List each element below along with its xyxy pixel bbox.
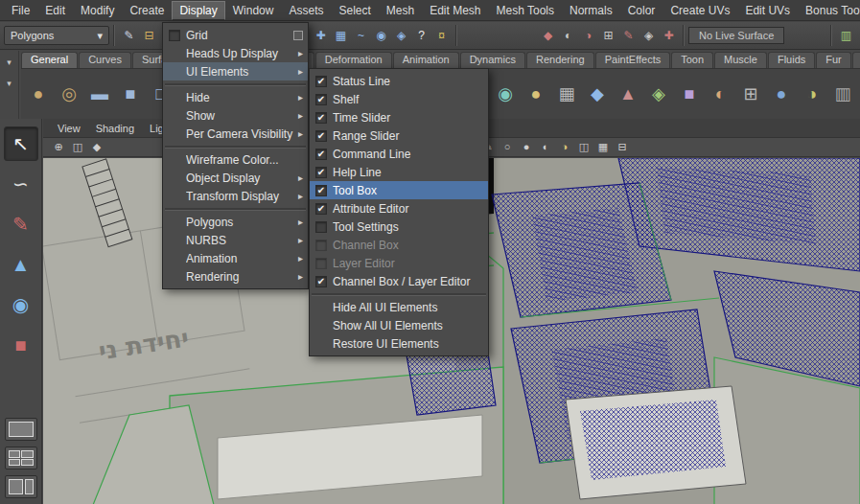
scene-edit-icon[interactable]: ✎ [119, 26, 139, 46]
display-menu-item[interactable] [165, 208, 306, 210]
shelf-tool-icon[interactable]: ▥ [827, 78, 858, 110]
select-tool[interactable]: ↖ [4, 126, 38, 161]
menubar-item[interactable]: Color [620, 1, 663, 20]
ui-elements-menu-item[interactable]: Command Line [310, 145, 488, 163]
scale-tool[interactable]: ■ [4, 328, 38, 362]
single-pane-layout-button[interactable] [5, 418, 37, 441]
display-menu-item[interactable]: Object Display [163, 169, 308, 187]
make-live-icon[interactable]: ◈ [391, 26, 411, 46]
ui-elements-menu-item[interactable]: Hide All UI Elements [310, 298, 488, 316]
ui-elements-menu-item[interactable]: Help Line [310, 163, 488, 181]
shelf-tool-icon[interactable]: ◑ [797, 78, 827, 110]
menubar-item[interactable]: Create UVs [662, 1, 737, 20]
shelf-options-arrow-icon[interactable]: ▾ [3, 78, 16, 89]
display-menu-item[interactable]: Transform Display [163, 187, 308, 205]
menubar-item[interactable]: Mesh Tools [489, 1, 562, 20]
construction-history-icon[interactable]: ◆ [538, 26, 558, 46]
selection-mask-icon[interactable]: ✚ [659, 26, 679, 46]
lock-icon[interactable]: ¤ [431, 26, 452, 46]
shelf-tool-icon[interactable]: ◆ [582, 78, 613, 110]
shelf-tab[interactable]: nHair [852, 52, 860, 68]
snap-grid-icon[interactable]: ▦ [331, 26, 351, 46]
shelf-tab-menu-arrow-icon[interactable]: ▾ [3, 57, 16, 68]
shelf-tab[interactable]: Muscle [714, 52, 767, 68]
shelf-tab[interactable]: Rendering [526, 52, 594, 68]
ui-elements-menu-item[interactable]: Channel Box [310, 236, 488, 254]
ui-elements-menu-item[interactable]: Attribute Editor [310, 199, 488, 218]
shelf-tool-icon[interactable]: ◈ [643, 78, 674, 110]
display-menu-item[interactable]: Animation [163, 249, 308, 267]
shelf-tab[interactable]: PaintEffects [595, 52, 671, 68]
shelf-tab[interactable]: Dynamics [460, 52, 525, 68]
menubar-item[interactable]: Display [172, 1, 224, 20]
menubar-item[interactable]: Assets [281, 1, 331, 20]
poly-cube-icon[interactable]: ■ [115, 78, 146, 110]
menubar-item[interactable]: Window [225, 1, 282, 20]
menubar-item[interactable]: Modify [73, 1, 122, 20]
snap-curve-icon[interactable]: ~ [351, 26, 371, 46]
display-menu-item[interactable]: Hide [163, 88, 308, 106]
shelf-tool-icon[interactable]: ● [521, 78, 551, 110]
ui-elements-menu-item[interactable]: Status Line [310, 72, 488, 90]
shelf-tool-icon[interactable]: ⊞ [735, 78, 766, 110]
two-pane-layout-button[interactable] [5, 475, 37, 498]
ui-elements-menu-item[interactable]: Shelf [310, 90, 488, 108]
selection-mode-dropdown[interactable]: Polygons ▾ [4, 26, 109, 45]
shelf-tab[interactable]: General [21, 52, 78, 68]
menubar-item[interactable]: Edit Mesh [422, 1, 488, 20]
select-camera-icon[interactable]: ⊕ [49, 139, 68, 156]
snap-point-icon[interactable]: ◉ [371, 26, 391, 46]
shelf-tool-icon[interactable]: ▦ [551, 78, 582, 110]
shelf-tool-icon[interactable]: ◐ [705, 78, 735, 110]
shelf-tool-icon[interactable]: ● [766, 78, 797, 110]
paint-select-tool[interactable]: ✎ [4, 207, 38, 241]
shelf-tab[interactable]: Deformation [315, 52, 392, 68]
display-menu-item[interactable]: Polygons [163, 213, 308, 231]
bookmark-icon[interactable]: ◆ [87, 139, 106, 156]
display-menu-item[interactable]: Grid [163, 26, 308, 44]
gate-mask-icon[interactable]: ⊟ [613, 139, 632, 156]
display-menu-item[interactable]: Heads Up Display [163, 44, 308, 62]
help-icon[interactable]: ? [411, 26, 431, 46]
shelf-tab[interactable]: Curves [79, 52, 131, 68]
ui-elements-menu-item[interactable]: Show All UI Elements [310, 316, 488, 334]
folder-open-icon[interactable]: ⊟ [139, 26, 159, 46]
rotate-tool[interactable]: ◉ [4, 287, 38, 322]
ui-elements-menu-item[interactable]: Tool Box [310, 181, 488, 199]
wireframe-mode-icon[interactable]: ○ [498, 139, 517, 156]
menubar-item[interactable]: Edit UVs [737, 1, 798, 20]
live-surface-field[interactable]: No Live Surface [688, 27, 784, 44]
sidebar-toggle-icon[interactable]: ▥ [836, 26, 856, 46]
display-menu-item[interactable]: UI Elements [163, 62, 308, 80]
display-menu-item[interactable]: Per Camera Visibility [163, 125, 308, 143]
render-settings-icon[interactable]: ⊞ [598, 26, 618, 46]
panel-menu-item[interactable]: View [51, 121, 87, 136]
shelf-tab[interactable]: Fur [816, 52, 851, 68]
poly-sphere-icon[interactable]: ● [23, 78, 54, 110]
ui-elements-menu-item[interactable]: Tool Settings [310, 218, 488, 236]
ui-elements-menu-item[interactable]: Range Slider [310, 126, 488, 145]
paint-effects-icon[interactable]: ✎ [618, 26, 639, 46]
ui-elements-menu-item[interactable]: Layer Editor [310, 254, 488, 272]
shelf-tab[interactable]: Fluids [768, 52, 815, 68]
menubar-item[interactable]: Create [122, 1, 172, 20]
display-menu-item[interactable]: Rendering [163, 267, 308, 286]
render-frame-icon[interactable]: ◐ [558, 26, 578, 46]
menubar-item[interactable]: Select [331, 1, 378, 20]
option-box[interactable] [293, 31, 303, 40]
display-menu-item[interactable]: Wireframe Color... [163, 150, 308, 169]
shelf-tab[interactable]: Animation [393, 52, 459, 68]
lasso-select-tool[interactable]: ∽ [4, 167, 38, 201]
display-menu-item[interactable] [165, 146, 306, 148]
hypershade-icon[interactable]: ◈ [639, 26, 659, 46]
menubar-item[interactable]: File [4, 1, 37, 20]
display-menu-item[interactable]: NURBS [163, 231, 308, 249]
textured-mode-icon[interactable]: ◐ [536, 139, 555, 156]
display-menu-item[interactable]: Show [163, 106, 308, 125]
shaded-mode-icon[interactable]: ● [517, 139, 536, 156]
shelf-tab[interactable]: Toon [671, 52, 713, 68]
four-pane-layout-button[interactable] [5, 447, 37, 470]
menubar-item[interactable]: Mesh [379, 1, 422, 20]
isolate-select-icon[interactable]: ◫ [574, 139, 593, 156]
poly-torus-icon[interactable]: ◎ [54, 78, 84, 110]
